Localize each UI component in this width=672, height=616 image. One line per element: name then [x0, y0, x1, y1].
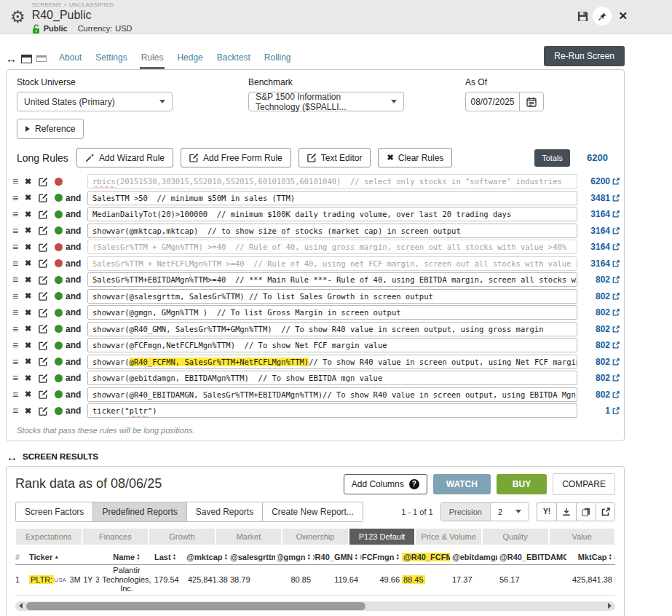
add-freeform-rule-button[interactable]: Add Free Form Rule [181, 148, 291, 167]
rule-count-link[interactable]: 802 [577, 390, 620, 400]
rule-input[interactable]: showvar(@ebitdamgn, EBITDAMgn%TTM) // To… [87, 371, 577, 385]
delete-rule-icon[interactable]: ✖ [25, 291, 36, 301]
edit-rule-icon[interactable] [39, 357, 51, 366]
rule-input[interactable]: SalesTTM >50 // minimum $50M in sales (T… [87, 191, 577, 205]
scroll-right-icon[interactable] [608, 603, 612, 609]
drag-handle-icon[interactable]: ≡ [12, 258, 22, 269]
delete-rule-icon[interactable]: ✖ [25, 242, 36, 252]
category-tab-p123-default[interactable]: P123 Default [349, 528, 416, 545]
column-header-mktcap[interactable]: @mktcap▲▼ [186, 553, 228, 561]
tab-backtest[interactable]: Backtest [216, 52, 252, 69]
column-header-ticker[interactable]: Ticker▲ [29, 553, 99, 561]
delete-rule-icon[interactable]: ✖ [25, 390, 36, 399]
clear-rules-button[interactable]: ✖ Clear Rules [378, 148, 452, 167]
rule-count-link[interactable]: 802 [577, 373, 620, 383]
drag-handle-icon[interactable]: ≡ [12, 405, 22, 416]
rule-count-link[interactable]: 3164 [577, 242, 620, 252]
rule-status-green-dot[interactable] [55, 210, 63, 218]
category-tab-expectations[interactable]: Expectations [15, 528, 82, 545]
rule-count-link[interactable]: 1 [577, 406, 620, 416]
rule-input[interactable]: showvar(@R40_FCFMN, SalesGr%TTM+NetFCFLM… [87, 355, 577, 369]
report-tab-saved-reports[interactable]: Saved Reports [186, 502, 262, 522]
drag-handle-icon[interactable]: ≡ [12, 274, 22, 285]
export-button[interactable] [596, 502, 615, 521]
delete-rule-icon[interactable]: ✖ [25, 308, 36, 317]
chart-period-link-3m[interactable]: 3M [70, 575, 81, 584]
rule-count-link[interactable]: 3164 [577, 209, 620, 219]
edit-rule-icon[interactable] [39, 258, 51, 268]
gear-icon[interactable]: ⚙ [10, 9, 25, 25]
report-tab-screen-factors[interactable]: Screen Factors [15, 502, 92, 522]
delete-rule-icon[interactable]: ✖ [25, 374, 36, 383]
delete-rule-icon[interactable]: ✖ [25, 324, 36, 333]
rule-status-green-dot[interactable] [55, 194, 63, 202]
delete-rule-icon[interactable]: ✖ [25, 177, 36, 186]
category-tab-quality[interactable]: Quality [482, 528, 549, 545]
rule-input[interactable]: showvar(@FCFmgn,NetFCFLMgn%TTM) // To sh… [87, 338, 577, 352]
rule-input[interactable]: showvar(@salesgrttm, SalesGr%TTM) // To … [87, 289, 577, 304]
delete-rule-icon[interactable]: ✖ [25, 341, 36, 350]
column-header-name[interactable]: Name▲▼ [101, 553, 152, 561]
rule-input[interactable]: showvar(@R40_EBITDAMGN, SalesGr%TTM+EBIT… [87, 387, 577, 402]
category-tab-price-volume[interactable]: Price & Volume [415, 528, 482, 545]
totals-button[interactable]: Totals [534, 149, 570, 167]
buy-button[interactable]: BUY [497, 474, 547, 494]
rule-input[interactable]: rbics(20151530,303015,552010,552015,6010… [87, 174, 577, 189]
chart-period-link-3y[interactable]: 3Y [95, 575, 99, 584]
drag-handle-icon[interactable]: ≡ [12, 192, 22, 204]
add-columns-button[interactable]: Add Columns ? [344, 474, 427, 494]
expand-width-icon[interactable]: ↔ [7, 451, 17, 462]
delete-rule-icon[interactable]: ✖ [25, 210, 36, 219]
edit-rule-icon[interactable] [39, 324, 51, 333]
stock-universe-select[interactable]: United States (Primary) [17, 92, 173, 111]
rule-status-green-dot[interactable] [55, 341, 63, 350]
save-icon[interactable] [577, 11, 588, 22]
drag-handle-icon[interactable]: ≡ [12, 389, 22, 400]
rule-input[interactable]: showvar(@R40_GMN, SalesGr%TTM+GMgn%TTM) … [87, 322, 577, 336]
rule-status-green-dot[interactable] [55, 226, 63, 234]
tab-rolling[interactable]: Rolling [263, 52, 293, 69]
window-layout-icon[interactable] [21, 55, 32, 63]
rule-input[interactable]: showvar(@gmgn, GMgn%TTM ) // To list Gro… [87, 305, 577, 320]
rule-status-red-dot[interactable] [55, 243, 63, 251]
rule-count-link[interactable]: 3481 [577, 193, 620, 203]
delete-rule-icon[interactable]: ✖ [25, 258, 36, 268]
edit-rule-icon[interactable] [39, 341, 51, 350]
drag-handle-icon[interactable]: ≡ [12, 339, 22, 351]
drag-handle-icon[interactable]: ≡ [12, 225, 22, 237]
edit-rule-icon[interactable] [39, 275, 51, 285]
rule-count-link[interactable]: 3164 [577, 258, 620, 269]
rule-input[interactable]: SalesGr%TTM + NetFCFLMgn%TTM >=40 // Rul… [87, 256, 577, 271]
watch-button[interactable]: WATCH [433, 474, 491, 494]
rule-count-link[interactable]: 802 [577, 324, 620, 334]
horizontal-scrollbar[interactable] [15, 601, 615, 611]
column-header-mktcap[interactable]: MktCap▲▼ [569, 553, 612, 561]
rule-count-link[interactable]: 802 [577, 275, 620, 285]
rule-input[interactable]: SalesGr%TTM+EBITDAMgn%TTM>=40 // *** Mai… [87, 272, 577, 287]
delete-rule-icon[interactable]: ✖ [25, 406, 36, 416]
column-header-gmgn[interactable]: @gmgn▲▼ [277, 553, 311, 561]
column-header-r40-fcfmn[interactable]: @R40_FCFMN▲▼ [402, 553, 450, 561]
add-wizard-rule-button[interactable]: Add Wizard Rule [76, 148, 173, 167]
rule-input[interactable]: MedianDailyTot(20)>100000 // minimum $10… [87, 207, 577, 221]
column-header-ebitdamgn[interactable]: @ebitdamgn▲▼ [452, 553, 497, 561]
tab-hedge[interactable]: Hedge [175, 52, 204, 69]
edit-rule-icon[interactable] [39, 193, 51, 202]
rerun-screen-button[interactable]: Re-Run Screen [544, 46, 625, 66]
drag-handle-icon[interactable]: ≡ [12, 291, 22, 302]
category-tab-growth[interactable]: Growth [149, 528, 216, 545]
rule-status-green-dot[interactable] [55, 325, 63, 333]
compare-button[interactable]: COMPARE [553, 473, 615, 495]
column-header-[interactable]: # [15, 553, 27, 561]
calendar-button[interactable] [519, 92, 544, 111]
scrollbar-thumb[interactable] [26, 602, 365, 610]
rule-status-green-dot[interactable] [55, 407, 63, 415]
expand-width-icon[interactable]: ↔ [6, 53, 17, 64]
delete-rule-icon[interactable]: ✖ [25, 193, 36, 202]
category-tab-value[interactable]: Value [549, 528, 616, 545]
category-tab-finances[interactable]: Finances [82, 528, 149, 545]
drag-handle-icon[interactable]: ≡ [12, 323, 22, 335]
drag-handle-icon[interactable]: ≡ [12, 307, 22, 318]
column-header-r40-gmn[interactable]: @R40_GMN▲▼ [313, 553, 358, 561]
report-tab-predefined-reports[interactable]: Predefined Reports [92, 502, 186, 522]
